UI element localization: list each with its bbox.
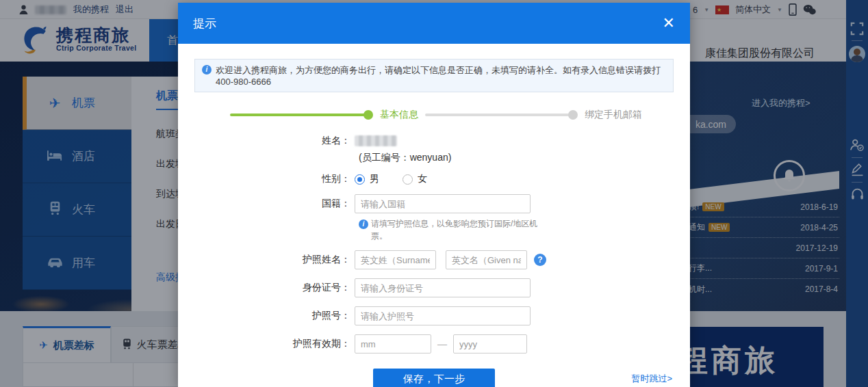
hint-text: 请填写护照信息，以免影响您预订国际/地区机票。 (371, 219, 537, 241)
basic-info-form: 姓名： (员工编号：wenyuan) 性别： 男 女 国籍： i 请 (178, 135, 690, 387)
passport-name-label: 护照姓名： (178, 254, 355, 266)
nationality-input[interactable] (355, 194, 531, 213)
radio-icon (403, 174, 413, 185)
save-next-button[interactable]: 保存，下一步 (373, 369, 495, 387)
help-question-icon[interactable]: ? (534, 254, 546, 266)
info-icon: i (359, 219, 368, 229)
validity-month-input[interactable] (355, 334, 431, 353)
name-label: 姓名： (178, 135, 355, 147)
step-dot-pending (568, 110, 578, 120)
passport-number-input[interactable] (355, 306, 531, 325)
gender-label: 性别： (178, 173, 355, 185)
info-icon: i (202, 65, 212, 75)
date-range-separator: — (437, 338, 447, 349)
given-name-input[interactable] (446, 250, 527, 269)
step-basic-info: 基本信息 (380, 109, 418, 121)
dialog-header: 提示 ✕ (178, 3, 690, 44)
welcome-notice: i 欢迎进入携程商旅，为方便您的商务出行，请确定以下信息是否正确，未填写的请补全… (194, 59, 674, 92)
gender-male-label: 男 (370, 173, 379, 185)
close-icon[interactable]: ✕ (663, 16, 675, 31)
validity-year-input[interactable] (453, 334, 527, 353)
gender-male-radio[interactable]: 男 (355, 173, 379, 185)
gender-female-radio[interactable]: 女 (403, 173, 427, 185)
profile-confirmation-dialog: 提示 ✕ i 欢迎进入携程商旅，为方便您的商务出行，请确定以下信息是否正确，未填… (178, 3, 690, 387)
radio-selected-icon (355, 174, 365, 185)
passport-number-label: 护照号： (178, 310, 355, 322)
redacted-name-value (355, 135, 397, 146)
nationality-label: 国籍： (178, 198, 355, 210)
id-number-input[interactable] (355, 278, 531, 297)
step-bind-phone-email: 绑定手机邮箱 (585, 109, 642, 121)
gender-female-label: 女 (418, 173, 427, 185)
passport-hint: i 请填写护照信息，以免影响您预订国际/地区机票。 (359, 217, 542, 242)
skip-for-now-link[interactable]: 暂时跳过> (631, 373, 672, 385)
progress-steps: 基本信息 绑定手机邮箱 (194, 109, 674, 121)
step-dot-active (363, 110, 373, 120)
notice-text: 欢迎进入携程商旅，为方便您的商务出行，请确定以下信息是否正确，未填写的请补全。如… (216, 64, 666, 87)
step-line-pending (425, 114, 570, 116)
step-line-done (230, 114, 366, 116)
dialog-title: 提示 (193, 16, 216, 31)
employee-id-note: (员工编号：wenyuan) (359, 152, 690, 164)
surname-input[interactable] (355, 250, 436, 269)
passport-validity-label: 护照有效期： (178, 338, 355, 350)
id-number-label: 身份证号： (178, 282, 355, 294)
